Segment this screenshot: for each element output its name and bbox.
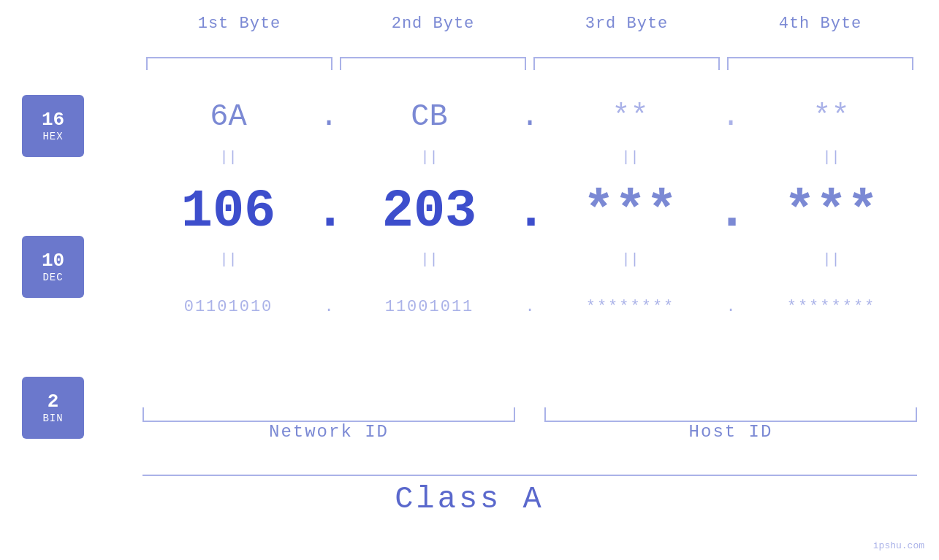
side-labels: 16 HEX 10 DEC 2 BIN — [22, 95, 84, 439]
bin-byte2: 11001011 — [343, 298, 515, 316]
bin-byte3: ******** — [544, 298, 716, 316]
bin-b2-value: 11001011 — [385, 298, 474, 316]
hex-dot3: . — [716, 99, 745, 134]
bottom-brackets — [142, 407, 917, 422]
eq2-b2: || — [343, 251, 515, 268]
byte4-header: 4th Byte — [723, 15, 917, 33]
eq2-b4: || — [745, 251, 917, 268]
top-brackets — [142, 57, 917, 70]
host-id-label: Host ID — [544, 422, 917, 442]
dec-row: 106 . 203 . *** . *** — [142, 175, 917, 248]
dec-dot1: . — [314, 182, 343, 242]
bin-label-box: 2 BIN — [22, 377, 84, 439]
bracket-3 — [533, 57, 720, 70]
eq1-b1: || — [142, 149, 314, 166]
hex-byte1: 6A — [142, 99, 314, 134]
byte1-header: 1st Byte — [142, 15, 336, 33]
bracket-4 — [727, 57, 913, 70]
watermark: ipshu.com — [873, 540, 924, 551]
dec-text: DEC — [42, 272, 63, 283]
bin-number: 2 — [47, 391, 59, 413]
bin-byte1: 01101010 — [142, 298, 314, 316]
hex-dot1: . — [314, 99, 343, 134]
class-a-label: Class A — [0, 482, 939, 517]
bin-b3-value: ******** — [586, 298, 675, 316]
eq1-b2: || — [343, 149, 515, 166]
content-area: 6A . CB . ** . ** || || — [142, 73, 917, 336]
equals-row-1: || || || || — [142, 146, 917, 168]
bottom-line — [142, 475, 917, 476]
dec-b4-value: *** — [784, 182, 879, 242]
bin-text: BIN — [42, 413, 63, 424]
dec-b1-value: 106 — [181, 182, 276, 242]
hex-text: HEX — [42, 131, 63, 142]
dec-b3-value: *** — [583, 182, 678, 242]
eq1-b3: || — [544, 149, 716, 166]
network-id-bracket — [142, 407, 515, 422]
hex-dot2: . — [515, 99, 544, 134]
hex-row: 6A . CB . ** . ** — [142, 88, 917, 146]
dec-byte2: 203 — [343, 182, 515, 242]
bin-row: 01101010 . 11001011 . ******** . *******… — [142, 277, 917, 336]
byte-headers: 1st Byte 2nd Byte 3rd Byte 4th Byte — [142, 15, 917, 33]
main-container: 1st Byte 2nd Byte 3rd Byte 4th Byte 16 H… — [0, 0, 939, 560]
bin-b1-value: 01101010 — [184, 298, 273, 316]
bin-dot1: . — [314, 298, 343, 316]
dec-number: 10 — [42, 250, 64, 272]
hex-b2-value: CB — [411, 99, 447, 134]
hex-byte3: ** — [544, 99, 716, 134]
bottom-labels: Network ID Host ID — [142, 422, 917, 442]
dec-byte3: *** — [544, 182, 716, 242]
hex-byte2: CB — [343, 99, 515, 134]
hex-b4-value: ** — [813, 99, 849, 134]
eq2-b1: || — [142, 251, 314, 268]
dec-dot2: . — [515, 182, 544, 242]
eq1-b4: || — [745, 149, 917, 166]
hex-b1-value: 6A — [210, 99, 246, 134]
hex-number: 16 — [42, 110, 64, 131]
byte3-header: 3rd Byte — [530, 15, 723, 33]
hex-label-box: 16 HEX — [22, 95, 84, 157]
bin-dot3: . — [716, 298, 745, 316]
bracket-1 — [146, 57, 332, 70]
equals-row-2: || || || || — [142, 248, 917, 270]
network-id-label: Network ID — [142, 422, 515, 442]
dec-label-box: 10 DEC — [22, 236, 84, 298]
bin-byte4: ******** — [745, 298, 917, 316]
dec-b2-value: 203 — [382, 182, 477, 242]
dec-byte4: *** — [745, 182, 917, 242]
bracket-2 — [340, 57, 526, 70]
hex-byte4: ** — [745, 99, 917, 134]
dec-byte1: 106 — [142, 182, 314, 242]
hex-b3-value: ** — [612, 99, 648, 134]
dec-dot3: . — [716, 182, 745, 242]
bin-dot2: . — [515, 298, 544, 316]
bin-b4-value: ******** — [787, 298, 876, 316]
eq2-b3: || — [544, 251, 716, 268]
byte2-header: 2nd Byte — [336, 15, 530, 33]
host-id-bracket — [544, 407, 917, 422]
